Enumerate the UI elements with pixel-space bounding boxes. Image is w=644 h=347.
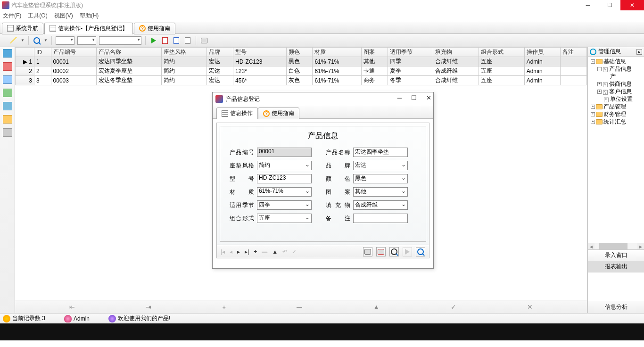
nav-remove[interactable]: — [297,303,302,311]
lbtn-6[interactable] [3,115,12,124]
tree-node[interactable]: +⚿客户信息 [589,88,643,95]
col-header[interactable]: 图案 [361,48,388,57]
lbtn-7[interactable] [3,128,12,137]
col-header[interactable]: ID [34,48,51,57]
filter-dropdown-3[interactable] [99,36,141,45]
col-header[interactable]: 型号 [233,48,286,57]
field-fill[interactable]: 合成纤维 [353,200,408,210]
nav-add[interactable]: + [223,303,226,311]
rtab-report[interactable]: 报表输出 [588,261,644,273]
lbtn-4[interactable] [3,89,12,97]
expand-icon[interactable]: + [591,120,595,124]
rec-first[interactable]: |◂ [221,248,225,255]
rec-next[interactable]: ▸ [237,248,240,255]
table-row[interactable]: ▶ 1100001宏达四季坐垫简约宏达HD-ZC123黑色61%-71%其他四季… [16,57,587,66]
nav-confirm[interactable]: ✓ [451,303,456,311]
print-button[interactable] [200,36,208,45]
edit-button[interactable] [9,36,18,45]
col-header[interactable]: 座垫风格 [161,48,207,57]
zoom-button[interactable] [416,247,425,256]
field-note[interactable] [353,214,408,223]
expand-icon[interactable]: + [591,112,595,116]
filter-dropdown-2[interactable] [77,36,96,45]
preview-button[interactable] [389,247,399,256]
tree-node[interactable]: 产 [589,73,643,80]
tree-node[interactable]: +统计汇总 [589,118,643,125]
field-color[interactable]: 黑色 [353,174,408,183]
tree-node[interactable]: -⚿产品信息 [589,65,643,73]
col-header[interactable]: 填充物 [433,48,479,57]
minimize-button[interactable]: ─ [577,0,599,10]
dialog-tab-info[interactable]: 信息操作 [216,107,258,119]
search-button[interactable] [33,36,41,45]
field-pattern[interactable]: 其他 [353,187,408,197]
rtab-entry[interactable]: 录入窗口 [588,250,644,261]
rec-ok[interactable]: ✓ [292,248,297,255]
lbtn-5[interactable] [3,102,12,110]
doc-button-2[interactable] [172,36,181,45]
col-header[interactable]: 操作员 [524,48,560,57]
doc-button-1[interactable] [161,36,169,45]
expand-icon[interactable]: - [597,67,602,71]
field-season[interactable]: 四季 [257,200,312,210]
rec-prev[interactable]: ◂ [230,248,232,255]
expand-icon[interactable]: - [591,59,595,64]
dialog-tab-guide[interactable]: ?使用指南 [258,107,299,119]
col-header[interactable]: 备注 [560,48,586,57]
scroll-thumb[interactable] [599,243,627,249]
print-del-button[interactable] [376,247,386,256]
rec-last[interactable]: ▸| [245,248,249,255]
field-code[interactable]: 00001 [257,148,312,157]
col-header[interactable]: 组合形式 [479,48,525,57]
rpanel-footer[interactable]: 信息分析 [588,301,644,313]
tab-guide[interactable]: ?使用指南 [134,23,175,34]
nav-tree[interactable]: -基础信息-⚿产品信息产+⚿供商信息+⚿客户信息⚿单位设置+产品管理+财务管理+… [588,57,644,243]
maximize-button[interactable]: ☐ [599,0,620,10]
col-header[interactable]: 颜色 [286,48,313,57]
rec-undo[interactable]: ↶ [282,248,287,255]
table-row[interactable]: 2200002宏达夏季座垫简约宏达123*白色61%-71%卡通夏季合成纤维五座… [16,66,587,76]
field-model[interactable]: HD-ZC123 [257,174,312,183]
nav-up[interactable]: ▲ [373,303,380,311]
dialog-close[interactable]: ✕ [426,94,431,101]
rec-up[interactable]: ▲ [272,248,278,255]
nav-cancel[interactable]: ✕ [527,303,533,311]
expand-icon[interactable]: + [597,82,602,86]
rec-add[interactable]: + [254,248,257,255]
col-header[interactable]: 产品编号 [51,48,97,57]
lbtn-3[interactable] [3,75,12,84]
expand-icon[interactable]: + [591,105,595,109]
menu-tools[interactable]: 工具(O) [28,12,47,20]
tree-node[interactable]: +产品管理 [589,103,643,110]
tree-node[interactable]: +财务管理 [589,110,643,118]
field-style[interactable]: 简约 [257,161,312,170]
play-button[interactable] [403,247,412,256]
col-header[interactable]: 材质 [313,48,361,57]
nav-first[interactable]: ⇤ [69,303,75,311]
rpanel-collapse[interactable]: ▸ [636,49,642,55]
expand-icon[interactable]: + [597,90,602,94]
field-combo[interactable]: 五座 [257,214,312,223]
menu-help[interactable]: 帮助(H) [80,12,99,20]
tree-node[interactable]: -基础信息 [589,58,643,65]
close-button[interactable]: ✕ [620,0,644,10]
table-row[interactable]: 3300003宏达冬季座垫简约宏达456*灰色61%-71%商务冬季合成纤维五座… [16,76,587,85]
col-header[interactable]: 适用季节 [388,48,433,57]
print-button[interactable] [363,247,372,256]
dialog-maximize[interactable]: ☐ [411,94,417,101]
col-header[interactable]: 品牌 [207,48,233,57]
field-name[interactable]: 宏达四季坐垫 [353,148,408,157]
tab-nav[interactable]: 系统导航 [2,23,43,34]
col-header[interactable]: 产品名称 [97,48,161,57]
dialog-minimize[interactable]: ─ [397,94,402,101]
tree-node[interactable]: +⚿供商信息 [589,80,643,88]
nav-last[interactable]: ⇥ [146,303,151,311]
doc-button-3[interactable] [183,36,192,45]
run-button[interactable] [149,36,158,45]
lbtn-2[interactable] [3,62,12,71]
field-brand[interactable]: 宏达 [353,161,408,170]
field-material[interactable]: 61%-71% [257,187,312,197]
rec-del[interactable]: — [262,248,267,255]
filter-dropdown-1[interactable] [56,36,74,45]
lbtn-1[interactable] [3,49,12,58]
